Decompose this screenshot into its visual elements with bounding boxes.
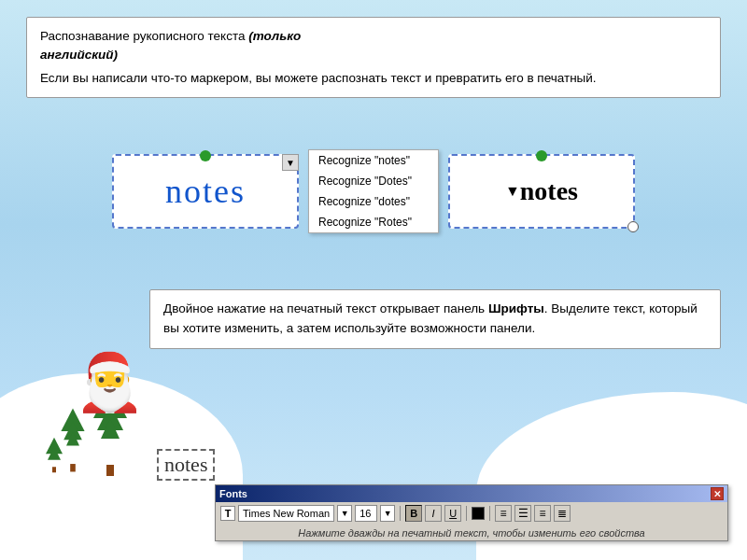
font-type-icon: T (220, 506, 235, 521)
align-right-button[interactable] (534, 505, 551, 522)
green-dot-right (536, 150, 547, 161)
green-dot-left (200, 150, 211, 161)
toolbar-caption: Нажмите дважды на печатный текст, чтобы … (216, 525, 727, 540)
santa-sleigh: 🎅 (75, 349, 145, 415)
handwriting-dropdown[interactable]: ▼ (282, 154, 299, 171)
recognized-box: ▼ notes (448, 154, 635, 229)
separator-1 (400, 506, 401, 521)
align-center-button[interactable] (514, 505, 531, 522)
underline-button[interactable]: U (444, 505, 461, 522)
context-menu-item-4[interactable]: Recognize "Rotes" (309, 212, 438, 232)
bottom-info-text: Двойное нажатие на печатный текст открыв… (163, 301, 698, 335)
align-left-icon (500, 507, 507, 520)
context-menu: Recognize "notes" Recognize "Dotes" Reco… (308, 149, 439, 233)
align-center-icon (518, 507, 529, 520)
list-icon (557, 507, 567, 520)
bottom-info-box: Двойное нажатие на печатный текст открыв… (149, 289, 721, 349)
font-size-dropdown[interactable]: ▼ (380, 505, 395, 522)
fonts-toolbar-body: T Times New Roman ▼ 16 ▼ B I U (216, 502, 727, 525)
align-left-button[interactable] (495, 505, 512, 522)
tree-1 (61, 409, 84, 472)
top-info-line1: Распознавание рукописного текста (только… (40, 27, 707, 65)
list-button[interactable] (554, 505, 571, 522)
separator-3 (489, 506, 490, 521)
top-info-box: Распознавание рукописного текста (только… (26, 17, 721, 98)
demo-area: notes ▼ Recognize "notes" Recognize "Dot… (112, 149, 710, 233)
color-picker[interactable] (472, 507, 485, 520)
recognized-text: notes (520, 176, 578, 206)
handwritten-box: notes ▼ (112, 154, 299, 229)
context-menu-item-3[interactable]: Recognize "dotes" (309, 191, 438, 212)
font-size-field[interactable]: 16 (355, 505, 377, 522)
context-menu-item-1[interactable]: Recognize "notes" (309, 150, 438, 171)
separator-2 (466, 506, 467, 521)
context-menu-item-2[interactable]: Recognize "Dotes" (309, 171, 438, 191)
font-name-field[interactable]: Times New Roman (238, 505, 334, 522)
notes-label-area: notes (157, 449, 215, 481)
fonts-toolbar: Fonts ✕ T Times New Roman ▼ 16 ▼ B I U Н… (215, 484, 728, 541)
bold-button[interactable]: B (405, 505, 422, 522)
italic-button[interactable]: I (425, 505, 442, 522)
notes-box-small: notes (157, 449, 215, 481)
notes-small-text: notes (164, 453, 207, 476)
recognized-dropdown[interactable]: ▼ (505, 183, 520, 200)
close-button[interactable]: ✕ (711, 487, 724, 500)
fonts-toolbar-titlebar: Fonts ✕ (216, 485, 727, 502)
resize-handle[interactable] (627, 221, 639, 232)
font-name-dropdown[interactable]: ▼ (337, 505, 352, 522)
fonts-toolbar-title: Fonts (219, 488, 247, 499)
top-info-line2: Если вы написали что-то маркером, вы мож… (40, 69, 707, 88)
handwritten-text: notes (165, 172, 246, 211)
align-right-icon (540, 507, 546, 520)
tree-3 (46, 438, 63, 473)
